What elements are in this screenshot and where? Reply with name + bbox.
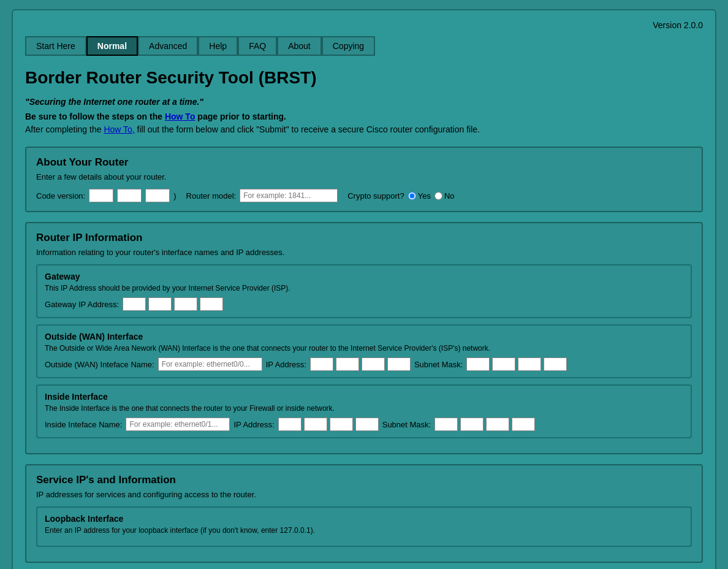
loopback-desc: Enter an IP address for your loopback in… [45, 526, 683, 535]
crypto-label: Crypto support? [347, 191, 404, 200]
crypto-yes-radio[interactable] [408, 192, 416, 200]
wan-subnet-octet-3[interactable] [518, 357, 541, 371]
router-model-label: Router model: [186, 191, 237, 200]
code-version-input-1[interactable] [89, 189, 113, 202]
router-section: About Your Router Enter a few details ab… [25, 147, 703, 212]
inside-subnet-octet-2[interactable] [460, 418, 483, 431]
howto-link-2[interactable]: How To, [104, 124, 134, 134]
tab-about[interactable]: About [277, 36, 322, 56]
router-section-desc: Enter a few details about your router. [36, 172, 692, 181]
wan-desc: The Outside or Wide Area Nework (WAN) In… [45, 344, 683, 353]
gateway-ip-inputs [123, 297, 223, 311]
wan-ip-octet-3[interactable] [362, 357, 385, 371]
instruction2: After completing the How To, fill out th… [25, 124, 703, 134]
crypto-yes-text: Yes [418, 191, 431, 200]
inside-subnet-octet-3[interactable] [486, 418, 509, 431]
inside-ip-label: IP Address: [233, 420, 274, 429]
ip-section-title: Router IP Information [36, 232, 692, 244]
tab-faq[interactable]: FAQ [238, 36, 277, 56]
tab-advanced[interactable]: Advanced [138, 36, 198, 56]
service-section: Service IP's and Information IP addresse… [25, 464, 703, 563]
code-version-input-2[interactable] [117, 189, 142, 202]
version-label: Version 2.0.0 [25, 20, 703, 30]
tab-normal[interactable]: Normal [86, 36, 138, 56]
wan-subnet-octet-1[interactable] [466, 357, 490, 371]
crypto-no-label[interactable]: No [434, 191, 455, 200]
gateway-ip-octet-4[interactable] [200, 297, 223, 311]
inside-desc: The Inside Interface is the one that con… [45, 404, 683, 413]
wan-subnet-octet-2[interactable] [492, 357, 515, 371]
wan-subnet-inputs [466, 357, 567, 371]
wan-subsection: Outside (WAN) Interface The Outside or W… [36, 324, 692, 378]
gateway-ip-octet-3[interactable] [174, 297, 197, 311]
crypto-no-radio[interactable] [434, 192, 442, 200]
wan-ip-label: IP Address: [266, 360, 306, 369]
tab-copying[interactable]: Copying [322, 36, 375, 56]
inside-ip-octet-2[interactable] [304, 418, 327, 431]
wan-ip-inputs [310, 357, 411, 371]
loopback-subsection: Loopback Interface Enter an IP address f… [36, 506, 692, 547]
inside-ip-octet-3[interactable] [330, 418, 353, 431]
instruction1: Be sure to follow the steps on the How T… [25, 112, 703, 121]
crypto-yes-label[interactable]: Yes [408, 191, 431, 200]
inside-ip-octet-4[interactable] [355, 418, 379, 431]
code-version-label: Code version: [36, 191, 85, 200]
gateway-ip-label: Gateway IP Address: [45, 300, 119, 309]
inside-ip-inputs [278, 418, 379, 431]
tab-help[interactable]: Help [198, 36, 238, 56]
inside-name-input[interactable] [126, 418, 230, 431]
router-model-input[interactable] [240, 189, 338, 202]
wan-ip-octet-1[interactable] [310, 357, 333, 371]
howto-link-1[interactable]: How To [165, 112, 195, 121]
ip-section-desc: Information relating to your router's in… [36, 248, 692, 257]
inside-subnet-inputs [434, 418, 535, 431]
crypto-no-text: No [444, 191, 455, 200]
tab-bar: Start Here Normal Advanced Help FAQ Abou… [25, 36, 703, 56]
wan-name-label: Outside (WAN) Inteface Name: [45, 360, 154, 369]
code-version-input-3[interactable] [145, 189, 170, 202]
wan-subnet-octet-4[interactable] [544, 357, 567, 371]
service-section-desc: IP addresses for services and configurin… [36, 490, 692, 499]
wan-ip-octet-4[interactable] [387, 357, 411, 371]
inside-subsection: Inside Interface The Inside Interface is… [36, 384, 692, 438]
gateway-ip-octet-2[interactable] [148, 297, 172, 311]
inside-title: Inside Interface [45, 392, 683, 402]
wan-ip-octet-2[interactable] [336, 357, 359, 371]
inside-subnet-octet-4[interactable] [512, 418, 535, 431]
page-title: Border Router Security Tool (BRST) [25, 68, 703, 88]
inside-name-label: Inside Inteface Name: [45, 420, 122, 429]
wan-subnet-label: Subnet Mask: [414, 360, 463, 369]
inside-subnet-octet-1[interactable] [434, 418, 458, 431]
wan-name-input[interactable] [158, 357, 262, 371]
router-section-title: About Your Router [36, 156, 692, 169]
wan-title: Outside (WAN) Interface [45, 332, 683, 342]
gateway-title: Gateway [45, 272, 683, 281]
loopback-title: Loopback Interface [45, 514, 683, 524]
service-section-title: Service IP's and Information [36, 474, 692, 486]
ip-section: Router IP Information Information relati… [25, 222, 703, 454]
tagline: "Securing the Internet one router at a t… [25, 97, 703, 107]
gateway-subsection: Gateway This IP Address should be provid… [36, 264, 692, 318]
inside-ip-octet-1[interactable] [278, 418, 301, 431]
gateway-ip-octet-1[interactable] [123, 297, 146, 311]
tab-start-here[interactable]: Start Here [25, 36, 86, 56]
gateway-desc: This IP Address should be provided by yo… [45, 284, 683, 292]
inside-subnet-label: Subnet Mask: [382, 420, 431, 429]
